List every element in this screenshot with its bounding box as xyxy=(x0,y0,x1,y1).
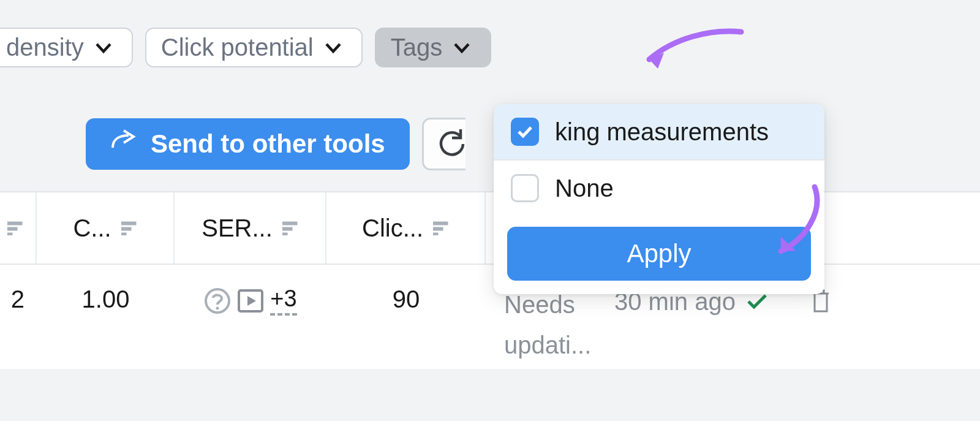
question-circle-icon[interactable] xyxy=(204,287,231,314)
table-row: 2 1.00 +3 90 Needs updati... 30 min ago xyxy=(0,265,980,369)
filter-density[interactable]: density xyxy=(0,28,133,67)
checkbox-checked-icon xyxy=(511,118,539,146)
cell-c: 1.00 xyxy=(37,286,175,313)
svg-rect-3 xyxy=(121,222,136,225)
table-header: C... SER... Clic... xyxy=(0,192,980,265)
column-header-c-label: C... xyxy=(73,214,111,242)
svg-rect-7 xyxy=(282,227,292,230)
toolbar: Send to other tools xyxy=(0,67,980,170)
refresh-button[interactable] xyxy=(422,118,466,170)
filter-tags[interactable]: Tags xyxy=(375,28,492,67)
chevron-down-icon xyxy=(95,39,112,56)
share-arrow-icon xyxy=(110,129,137,159)
svg-rect-4 xyxy=(121,227,131,230)
tags-option-label: king measurements xyxy=(555,118,769,146)
svg-rect-10 xyxy=(433,227,443,230)
table: C... SER... Clic... 2 1.00 xyxy=(0,191,980,369)
tags-dropdown: king measurements None Apply xyxy=(494,104,824,294)
cell-click: 90 xyxy=(326,286,486,313)
column-header-c[interactable]: C... xyxy=(37,192,175,264)
filter-tags-label: Tags xyxy=(391,34,443,61)
chevron-down-icon xyxy=(325,39,342,56)
tags-option-none[interactable]: None xyxy=(494,161,824,216)
svg-rect-11 xyxy=(433,233,438,235)
cell-leading-value: 2 xyxy=(11,286,24,313)
column-header-click-label: Clic... xyxy=(362,214,423,242)
apply-button[interactable]: Apply xyxy=(507,227,811,281)
svg-rect-8 xyxy=(282,233,287,235)
send-to-other-tools-label: Send to other tools xyxy=(151,129,385,159)
chevron-down-icon xyxy=(453,39,470,56)
cell-needs-updating: Needs updati... xyxy=(486,286,608,362)
sort-icon xyxy=(433,221,449,235)
sort-icon xyxy=(121,221,137,235)
svg-rect-6 xyxy=(282,222,297,225)
filter-click-potential-label: Click potential xyxy=(161,34,314,61)
svg-point-13 xyxy=(216,306,219,309)
cell-click-value: 90 xyxy=(393,286,420,313)
filter-density-label: density xyxy=(6,34,84,61)
svg-rect-5 xyxy=(121,233,126,235)
tags-option-label: None xyxy=(555,175,614,202)
tags-option-king-measurements[interactable]: king measurements xyxy=(494,104,824,159)
svg-rect-1 xyxy=(7,227,17,230)
send-to-other-tools-button[interactable]: Send to other tools xyxy=(86,118,410,170)
svg-rect-2 xyxy=(7,233,12,235)
filter-row: density Click potential Tags xyxy=(0,0,980,67)
needs-line2: updati... xyxy=(504,328,591,362)
play-box-icon[interactable] xyxy=(237,287,264,314)
column-header-blank[interactable] xyxy=(0,192,37,264)
column-header-serp[interactable]: SER... xyxy=(175,192,326,264)
column-header-serp-label: SER... xyxy=(202,214,273,242)
sort-icon xyxy=(7,221,23,235)
cell-serp: +3 xyxy=(175,286,326,316)
serp-more-count[interactable]: +3 xyxy=(270,286,296,316)
cell-c-value: 1.00 xyxy=(82,286,130,313)
apply-button-label: Apply xyxy=(627,239,691,268)
refresh-icon xyxy=(439,129,466,159)
checkbox-unchecked-icon xyxy=(511,174,539,202)
cell-leading: 2 xyxy=(0,286,37,313)
column-header-click[interactable]: Clic... xyxy=(326,192,486,264)
svg-rect-0 xyxy=(7,222,22,225)
filter-click-potential[interactable]: Click potential xyxy=(145,28,363,67)
sort-icon xyxy=(282,221,298,235)
svg-rect-9 xyxy=(433,222,448,225)
